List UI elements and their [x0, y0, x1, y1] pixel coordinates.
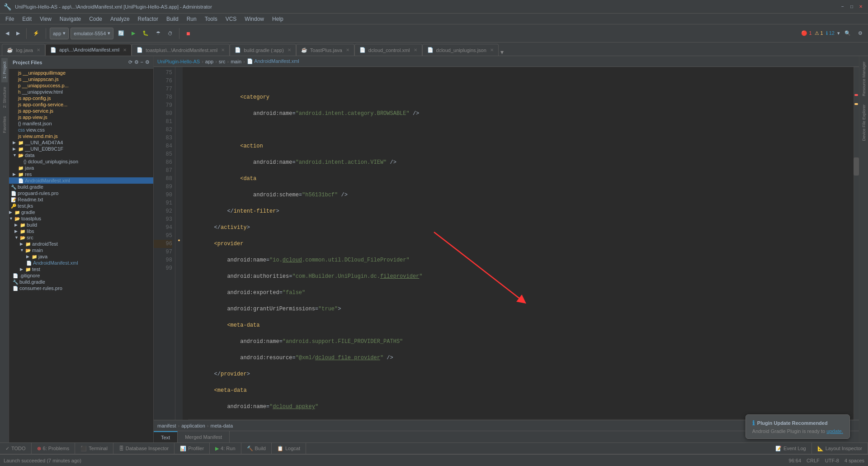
tab-build-gradle[interactable]: 📄 build.gradle (:app) ✕	[230, 44, 296, 56]
tree-item-toastplus[interactable]: ▼ 📂 toastplus	[9, 215, 153, 222]
tree-item-uniappview[interactable]: h __uniappview.html	[9, 89, 153, 95]
tree-item-uniappquillimage[interactable]: js __uniappquillimage	[9, 70, 153, 76]
tree-item-buildgradle2[interactable]: 🔧 build.gradle	[9, 279, 153, 285]
tree-item-uniappscan[interactable]: js __uniappscan.js	[9, 76, 153, 82]
profile-button[interactable]: ⏱	[165, 27, 175, 40]
tree-item-manifestjson[interactable]: {} manifest.json	[9, 120, 153, 127]
error-indicator[interactable]: 🔴 1	[801, 30, 811, 36]
menu-help[interactable]: Help	[269, 14, 287, 24]
menu-code[interactable]: Code	[85, 14, 106, 24]
tree-item-data[interactable]: ▼ 📂 data	[9, 152, 153, 158]
bottom-tab-problems[interactable]: ⊗ 6: Problems	[32, 443, 75, 454]
sidebar-gear-icon[interactable]: ⚙	[145, 59, 150, 65]
close-button[interactable]: ✕	[857, 3, 864, 10]
tab-close-dcloud-uniplugins[interactable]: ✕	[490, 48, 494, 52]
menu-build[interactable]: Build	[163, 14, 182, 24]
bottom-tab-todo[interactable]: ✓ TODO	[0, 443, 32, 454]
menu-refactor[interactable]: Refactor	[134, 14, 162, 24]
tree-item-build[interactable]: ▶ 📁 build	[9, 222, 153, 228]
notification-link[interactable]: update.	[826, 428, 843, 434]
tab-dcloud-uniplugins[interactable]: 📄 dcloud_uniplugins.json ✕	[422, 44, 499, 56]
minimize-button[interactable]: −	[839, 3, 846, 10]
app-selector[interactable]: app ▾	[50, 28, 69, 39]
sidebar-minimize-icon[interactable]: −	[141, 59, 143, 65]
tab-manifest2[interactable]: 📄 toastplus\...\AndroidManifest.xml ✕	[132, 44, 230, 56]
bottom-tab-layout-inspector[interactable]: 📐 Layout Inspector	[812, 443, 868, 454]
tree-item-libs[interactable]: ▶ 📁 libs	[9, 228, 153, 234]
tab-manifest-active[interactable]: 📄 app\...\AndroidManifest.xml ✕	[45, 44, 132, 56]
menu-vcs[interactable]: VCS	[222, 14, 241, 24]
tab-log[interactable]: ☕ log.java ✕	[2, 44, 45, 56]
tree-item-readme[interactable]: 📝 Readme.txt	[9, 196, 153, 203]
build-menu-button[interactable]: ⚡	[30, 27, 42, 40]
tree-item-androidmanifest[interactable]: 📄 AndroidManifest.xml	[9, 177, 153, 184]
tree-item-java[interactable]: 📁 java	[9, 165, 153, 171]
tree-item-proguard[interactable]: 📄 proguard-rules.pro	[9, 190, 153, 196]
tab-close-build-gradle[interactable]: ✕	[288, 48, 291, 52]
settings-button[interactable]: ⚙	[855, 27, 865, 40]
tree-item-uniappsuccess[interactable]: p __uniappsuccess.p...	[9, 82, 153, 89]
tree-item-main[interactable]: ▼ 📂 main	[9, 247, 153, 253]
merged-manifest-tab[interactable]: Merged Manifest	[178, 431, 230, 442]
tree-item-appservice[interactable]: js app-service.js	[9, 108, 153, 114]
menu-run[interactable]: Run	[183, 14, 200, 24]
sidebar-settings-icon[interactable]: ⚙	[134, 59, 139, 65]
left-panel-project[interactable]: 1: Project	[1, 58, 8, 82]
tree-item-buildgradle[interactable]: 🔧 build.gradle	[9, 184, 153, 190]
tree-item-androidmanifest2[interactable]: 📄 AndroidManifest.xml	[9, 260, 153, 266]
menu-navigate[interactable]: Navigate	[56, 14, 85, 24]
tree-item-uni-e0b9c1f[interactable]: ▶ 📁 __UNI_E0B9C1F	[9, 146, 153, 152]
info-indicator[interactable]: ℹ 12	[826, 30, 835, 36]
right-panel-device-file-explorer[interactable]: Device File Explorer	[861, 101, 867, 145]
tab-close-manifest[interactable]: ✕	[123, 48, 127, 52]
maximize-button[interactable]: □	[848, 3, 855, 10]
tab-close-dcloud-control[interactable]: ✕	[414, 48, 417, 52]
text-tab[interactable]: Text	[154, 431, 178, 442]
forward-button[interactable]: ▶	[14, 27, 23, 40]
tree-item-viewumd[interactable]: js view.umd.min.js	[9, 133, 153, 139]
menu-view[interactable]: View	[36, 14, 55, 24]
tree-item-appconfigservice[interactable]: js app-config-service...	[9, 101, 153, 108]
menu-window[interactable]: Window	[241, 14, 268, 24]
tree-item-viewcss[interactable]: css view.css	[9, 127, 153, 133]
tree-item-gitignore[interactable]: 📄 .gitignore	[9, 272, 153, 279]
tree-item-src[interactable]: ▼ 📂 src	[9, 234, 153, 241]
bottom-tab-terminal[interactable]: ⬛ Terminal	[75, 443, 113, 454]
tree-item-dcloud-uniplugins[interactable]: {} dcloud_uniplugins.json	[9, 158, 153, 165]
search-button[interactable]: 🔍	[842, 27, 854, 40]
tree-item-androidtest[interactable]: ▶ 📁 androidTest	[9, 241, 153, 247]
warn-indicator[interactable]: ⚠ 1	[815, 30, 823, 36]
tab-close-log[interactable]: ✕	[37, 48, 40, 52]
sync-button[interactable]: 🔄	[115, 27, 127, 40]
bottom-tab-logcat[interactable]: 📋 Logcat	[272, 443, 306, 454]
menu-tools[interactable]: Tools	[201, 14, 221, 24]
back-button[interactable]: ◀	[3, 27, 12, 40]
tree-item-appconfig[interactable]: js app-config.js	[9, 95, 153, 101]
stop-button[interactable]: ⏹	[183, 27, 193, 40]
debug-button[interactable]: 🐛	[140, 27, 151, 40]
left-panel-favorites[interactable]: Favorites	[1, 113, 8, 137]
tree-item-consumer-rules[interactable]: 📄 consumer-rules.pro	[9, 285, 153, 291]
menu-file[interactable]: File	[2, 14, 18, 24]
tab-close-manifest2[interactable]: ✕	[221, 48, 225, 52]
menu-analyze[interactable]: Analyze	[107, 14, 133, 24]
tree-item-gradle-folder[interactable]: ▶ 📁 gradle	[9, 209, 153, 215]
tree-item-uni-a4d47a4[interactable]: ▶ 📁 __UNI_A4D47A4	[9, 139, 153, 146]
bottom-tab-event-log[interactable]: 📝 Event Log	[770, 443, 812, 454]
tree-item-test[interactable]: ▶ 📁 test	[9, 266, 153, 272]
bottom-tab-build[interactable]: 🔨 Build	[241, 443, 272, 454]
expand-indicators-button[interactable]: ▾	[837, 30, 840, 36]
code-content[interactable]: <category android:name="android.intent.c…	[183, 67, 859, 420]
tree-item-testjks[interactable]: 🔑 test.jks	[9, 203, 153, 209]
coverage-button[interactable]: ☂	[153, 27, 163, 40]
bottom-tab-profiler[interactable]: 📊 Profiler	[175, 443, 210, 454]
run-button[interactable]: ▶	[129, 27, 138, 40]
tree-item-appview[interactable]: js app-view.js	[9, 114, 153, 120]
right-panel-resource-manager[interactable]: Resource Manager	[861, 58, 867, 100]
tab-dcloud-control[interactable]: 📄 dcloud_control.xml ✕	[354, 44, 422, 56]
tree-item-java2[interactable]: ▶ 📁 java	[9, 253, 153, 260]
menu-edit[interactable]: Edit	[19, 14, 35, 24]
emulator-selector[interactable]: emulator-5554 ▾	[71, 28, 113, 39]
sidebar-sync-icon[interactable]: ⟳	[128, 59, 132, 65]
bottom-tab-run[interactable]: ▶ 4: Run	[210, 443, 241, 454]
